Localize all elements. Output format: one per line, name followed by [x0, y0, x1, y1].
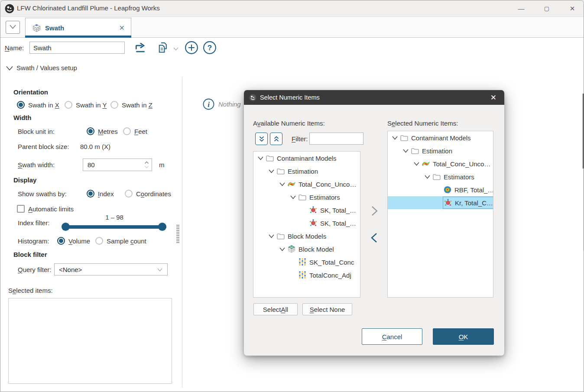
radio-feet[interactable]: Feet [123, 127, 147, 135]
tree-item[interactable]: Estimators [253, 191, 360, 204]
dialog-title-bar[interactable]: Select Numeric Items ✕ [244, 90, 504, 105]
tree-item[interactable]: TotalConc_Adj [253, 269, 360, 282]
radio-label: Swath in X [28, 101, 59, 109]
collapse-chevron-icon[interactable] [6, 65, 13, 73]
empty-plot-message: Nothing [218, 100, 241, 108]
dialog-close-icon[interactable]: ✕ [488, 93, 499, 102]
filter-label: Filter: [292, 135, 308, 143]
slider-handle-min[interactable] [62, 223, 70, 231]
chevron-down-icon[interactable] [390, 136, 399, 140]
checkbox-icon [17, 205, 25, 213]
tree-item[interactable]: SK_Total_Conc [253, 256, 360, 269]
cancel-button[interactable]: Cancel [362, 328, 422, 345]
available-items-tree[interactable]: Contaminant ModelsEstimationTotal_Conc_U… [253, 151, 360, 298]
app-window: LFW Chlorinated Landfill Plume - Leapfro… [0, 0, 584, 392]
radio-volume[interactable]: Volume [57, 237, 90, 245]
name-input[interactable] [29, 42, 125, 54]
svg-text:i: i [208, 100, 210, 109]
radio-icon [87, 127, 94, 135]
tree-item-label: SK_Total_Conc [309, 259, 354, 266]
show-swaths-by-label: Show swaths by: [18, 190, 67, 198]
chevron-down-icon [9, 23, 16, 31]
chevron-down-icon[interactable] [277, 182, 287, 187]
tree-item-label: TotalConc_Adj [309, 272, 351, 279]
leapfrog-logo-icon [5, 4, 14, 13]
numeric-icon [298, 271, 307, 279]
tree-item[interactable]: Total_Conc_Unco… [388, 157, 493, 170]
maximize-button[interactable]: ▢ [537, 0, 557, 16]
ok-button[interactable]: OK [433, 328, 494, 345]
tree-item[interactable]: Contaminant Models [388, 131, 493, 144]
splitter-grip[interactable] [176, 225, 179, 244]
selected-items-list[interactable] [8, 298, 172, 384]
chevron-down-icon[interactable] [422, 175, 432, 179]
chevron-down-icon[interactable] [412, 162, 421, 166]
tree-item[interactable]: Estimators [388, 170, 493, 183]
chevron-down-icon[interactable] [266, 234, 276, 239]
tree-item[interactable]: SK, Total_… [253, 204, 360, 217]
tree-item[interactable]: Kr, Total_C… [388, 196, 493, 209]
radio-swath-in-z[interactable]: Swath in Z [110, 101, 152, 109]
tab-swath[interactable]: Swath ✕ [25, 18, 131, 38]
name-label: Name: [5, 44, 24, 52]
move-right-button[interactable] [368, 204, 381, 217]
tree-item[interactable]: RBF, Total_… [388, 183, 493, 196]
tree-item[interactable]: Block Model [253, 243, 360, 256]
expand-all-button[interactable] [255, 133, 268, 145]
chevron-down-icon[interactable] [288, 195, 298, 200]
radio-index[interactable]: Index [87, 190, 114, 198]
query-filter-dropdown[interactable]: <None> [54, 263, 168, 275]
radio-coordinates[interactable]: Coordinates [125, 190, 171, 198]
radio-icon [110, 101, 118, 109]
minimize-button[interactable]: — [511, 0, 531, 16]
swath-width-stepper[interactable] [83, 159, 152, 171]
section-header[interactable]: Swath / Values setup [16, 64, 77, 71]
radio-metres[interactable]: Metres [87, 127, 118, 135]
swath-width-input[interactable] [83, 161, 141, 168]
chevron-down-icon[interactable] [277, 247, 287, 252]
chevron-down-icon[interactable] [266, 169, 276, 174]
tab-label: Swath [45, 24, 64, 32]
copy-icon[interactable] [156, 41, 170, 56]
select-all-button[interactable]: Select All [253, 303, 298, 315]
slider-handle-max[interactable] [158, 223, 166, 231]
surface-icon [422, 159, 430, 168]
export-icon[interactable] [133, 41, 148, 56]
tree-item[interactable]: SK, Total_… [253, 217, 360, 230]
stepper-arrows[interactable] [141, 161, 152, 168]
tree-item[interactable]: Estimation [253, 165, 360, 178]
tree-item[interactable]: Estimation [388, 144, 493, 157]
chevron-left-icon [369, 232, 380, 243]
tree-item-label: Contaminant Models [277, 155, 337, 162]
info-icon: i [203, 98, 214, 112]
tree-item-label: RBF, Total_… [454, 186, 493, 194]
move-left-button[interactable] [368, 231, 381, 244]
folder-icon [266, 154, 274, 162]
radio-label: Sample count [107, 237, 146, 245]
tab-close-icon[interactable]: ✕ [119, 24, 125, 32]
selected-items-tree[interactable]: Contaminant ModelsEstimationTotal_Conc_U… [387, 131, 493, 298]
add-plot-button[interactable] [185, 41, 198, 56]
help-button[interactable]: ? [203, 41, 217, 56]
radio-sample-count[interactable]: Sample count [95, 237, 146, 245]
numeric-icon [298, 258, 307, 266]
chevron-down-icon[interactable] [401, 149, 410, 153]
select-none-button[interactable]: Select None [302, 303, 352, 315]
collapse-all-button[interactable] [270, 133, 282, 145]
rbf-icon [443, 185, 452, 194]
copy-dropdown-chevron-icon[interactable] [173, 45, 179, 53]
tab-list-button[interactable] [6, 21, 20, 34]
close-button[interactable]: ✕ [562, 0, 582, 16]
index-filter-slider[interactable] [62, 225, 166, 229]
radio-swath-in-x[interactable]: Swath in X [17, 101, 59, 109]
folder-icon [432, 172, 441, 181]
radio-icon [125, 190, 133, 198]
chevron-down-icon[interactable] [256, 156, 265, 161]
tree-item[interactable]: Block Models [253, 230, 360, 243]
automatic-limits-checkbox[interactable]: Automatic limits [17, 205, 74, 213]
filter-input[interactable] [309, 133, 363, 145]
radio-swath-in-y[interactable]: Swath in Y [65, 101, 107, 109]
tree-item[interactable]: Contaminant Models [253, 152, 360, 165]
tree-item-label: Estimators [444, 173, 474, 181]
tree-item[interactable]: Total_Conc_Unco… [253, 178, 360, 191]
